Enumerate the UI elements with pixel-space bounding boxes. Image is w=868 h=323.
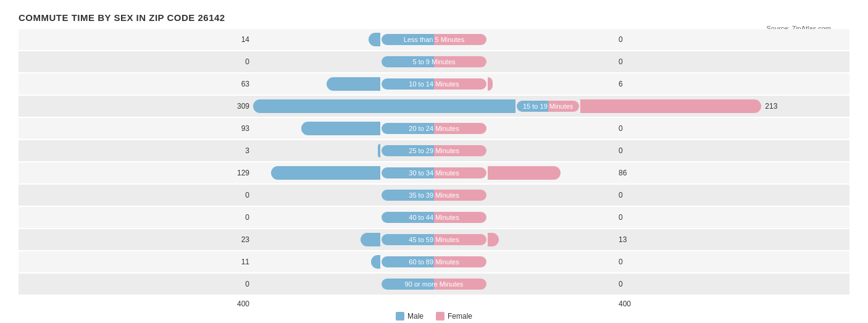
row-label: 30 to 34 Minutes — [382, 167, 486, 178]
male-value: 23 — [19, 235, 253, 244]
male-value: 309 — [19, 102, 253, 111]
female-bar — [580, 99, 761, 113]
chart-row: 0 90 or more Minutes 0 — [19, 274, 849, 295]
legend-female: Female — [436, 312, 472, 321]
chart-row: 93 20 to 24 Minutes 0 — [19, 118, 849, 139]
bars-left — [253, 144, 382, 157]
chart-row: 14 Less than 5 Minutes 0 — [19, 29, 849, 50]
bars-left — [253, 233, 382, 246]
row-label: 60 to 89 Minutes — [382, 256, 486, 267]
male-bar — [301, 122, 380, 135]
chart-area: 14 Less than 5 Minutes 0 0 5 to 9 Minute… — [19, 29, 849, 321]
male-bar — [271, 166, 380, 180]
bars-left — [253, 33, 382, 46]
female-value: 0 — [615, 146, 849, 155]
male-bar — [327, 77, 380, 91]
bars-right — [486, 166, 615, 180]
female-value: 0 — [615, 57, 849, 66]
female-bar — [488, 77, 493, 91]
row-label: 90 or more Minutes — [382, 279, 486, 290]
male-value: 14 — [19, 35, 253, 44]
female-value: 213 — [761, 102, 868, 111]
female-value: 0 — [615, 280, 849, 288]
legend-female-box — [436, 312, 444, 321]
male-value: 129 — [19, 169, 253, 177]
legend-male-label: Male — [407, 312, 424, 321]
chart-row: 129 30 to 34 Minutes 86 — [19, 162, 849, 183]
male-value: 0 — [19, 280, 253, 288]
male-bar — [369, 33, 380, 46]
female-bar — [488, 166, 561, 180]
axis-left-value: 400 — [19, 300, 253, 308]
chart-row: 63 10 to 14 Minutes 6 — [19, 73, 849, 94]
male-value: 11 — [19, 258, 253, 266]
row-label: 45 to 59 Minutes — [382, 234, 486, 245]
row-label: 35 to 39 Minutes — [382, 190, 486, 201]
bars-left — [253, 255, 382, 269]
row-label: 20 to 24 Minutes — [382, 123, 486, 134]
row-label: 25 to 29 Minutes — [382, 145, 486, 156]
bars-left — [253, 166, 382, 180]
chart-row: 0 5 to 9 Minutes 0 — [19, 51, 849, 72]
axis-bottom: 400 400 — [19, 300, 849, 308]
female-value: 0 — [615, 191, 849, 199]
row-label: 15 to 19 Minutes — [517, 101, 579, 112]
bars-left — [253, 99, 517, 113]
male-bar — [378, 144, 380, 157]
male-value: 93 — [19, 124, 253, 133]
male-value: 0 — [19, 57, 253, 66]
female-bar — [488, 233, 499, 246]
female-value: 6 — [615, 80, 849, 88]
legend-male: Male — [396, 312, 424, 321]
row-label: 10 to 14 Minutes — [382, 78, 486, 90]
row-label: 40 to 44 Minutes — [382, 212, 486, 223]
male-bar — [371, 255, 380, 269]
male-value: 3 — [19, 146, 253, 155]
legend-male-box — [396, 312, 404, 321]
chart-row: 309 15 to 19 Minutes 213 — [19, 96, 849, 117]
chart-legend: Male Female — [19, 312, 849, 321]
legend-female-label: Female — [448, 312, 472, 321]
bars-right — [486, 233, 615, 246]
female-value: 0 — [615, 258, 849, 266]
female-value: 0 — [615, 35, 849, 44]
row-label: 5 to 9 Minutes — [382, 56, 486, 67]
male-value: 0 — [19, 213, 253, 222]
bars-right — [486, 77, 615, 91]
chart-row: 0 40 to 44 Minutes 0 — [19, 207, 849, 228]
axis-right-value: 400 — [615, 300, 849, 308]
chart-row: 23 45 to 59 Minutes 13 — [19, 229, 849, 250]
chart-row: 3 25 to 29 Minutes 0 — [19, 140, 849, 161]
chart-title: COMMUTE TIME BY SEX IN ZIP CODE 26142 — [19, 12, 849, 23]
male-value: 0 — [19, 191, 253, 199]
bars-left — [253, 122, 382, 135]
female-value: 86 — [615, 169, 849, 177]
female-value: 0 — [615, 213, 849, 222]
row-label: Less than 5 Minutes — [382, 34, 486, 45]
female-value: 13 — [615, 235, 849, 244]
bars-right — [579, 99, 761, 113]
bars-left — [253, 77, 382, 91]
male-bar — [361, 233, 380, 246]
male-value: 63 — [19, 80, 253, 88]
chart-row: 11 60 to 89 Minutes 0 — [19, 251, 849, 272]
female-value: 0 — [615, 124, 849, 133]
male-bar — [253, 99, 515, 113]
chart-row: 0 35 to 39 Minutes 0 — [19, 185, 849, 206]
